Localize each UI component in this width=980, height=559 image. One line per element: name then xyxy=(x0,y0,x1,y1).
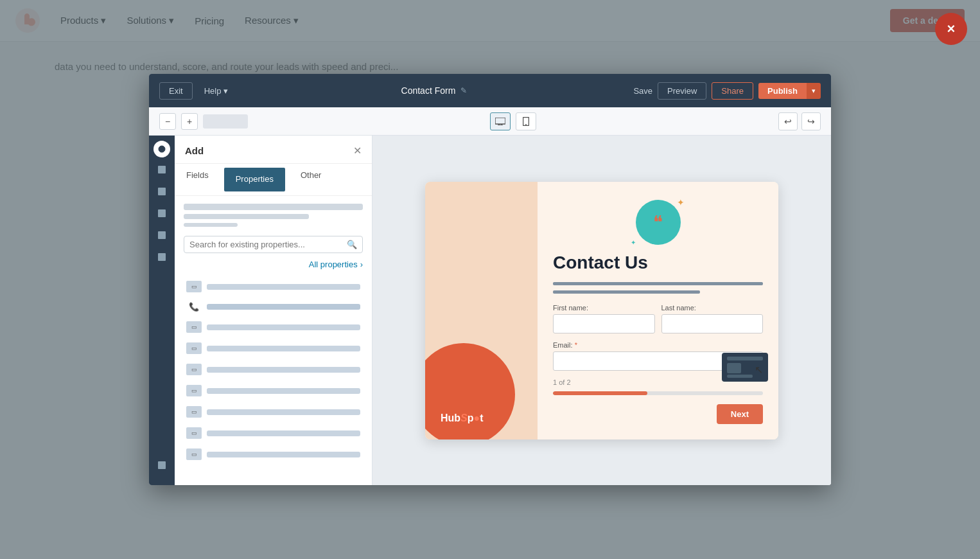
properties-small-bar xyxy=(184,223,238,227)
list-item[interactable]: ▭ xyxy=(184,360,363,379)
prop-name-bar-7 xyxy=(207,409,360,415)
add-panel-title: Add xyxy=(185,145,204,156)
prop-icon-text-5: ▭ xyxy=(186,385,202,396)
form-name-fields-row: First name: Last name: xyxy=(553,304,763,333)
toolbar-title: Contact Form ✎ xyxy=(240,85,628,96)
svg-point-6 xyxy=(525,124,527,125)
tooltip-icon xyxy=(727,363,741,373)
list-item[interactable]: ▭ xyxy=(184,445,363,464)
tooltip-bar-1 xyxy=(727,357,763,360)
form-icon-area: ✦ ✦ xyxy=(553,200,763,245)
device-toggle-group xyxy=(253,112,773,130)
sidebar-square-icon-4 xyxy=(157,231,166,240)
sidebar-icon-2[interactable] xyxy=(152,182,171,201)
zoom-minus-button[interactable]: − xyxy=(159,113,176,130)
desktop-view-button[interactable] xyxy=(490,112,511,130)
properties-sub-bar xyxy=(184,214,309,219)
form-left-panel: HubSp●t xyxy=(425,182,538,439)
modal-toolbar: Exit Help ▾ Contact Form ✎ Save Preview … xyxy=(149,74,831,107)
edit-pencil-icon[interactable]: ✎ xyxy=(460,86,467,95)
sidebar-icon-circle[interactable] xyxy=(153,141,170,157)
sidebar-icon-5[interactable] xyxy=(152,247,171,267)
first-name-field-group: First name: xyxy=(553,304,655,333)
sidebar-square-icon-bottom xyxy=(157,461,166,470)
sidebar-icon-bottom[interactable] xyxy=(152,456,171,475)
property-search-input[interactable] xyxy=(189,240,343,249)
publish-dropdown-button[interactable]: ▾ xyxy=(807,83,821,99)
sidebar-square-icon-1 xyxy=(157,165,166,174)
add-panel: Add ✕ Fields Properties Other 🔍 All xyxy=(175,136,372,485)
sparkle2-icon: ✦ xyxy=(631,239,636,246)
add-panel-nav-other[interactable]: Other xyxy=(289,164,333,195)
first-name-input[interactable] xyxy=(553,314,655,333)
desktop-icon xyxy=(495,118,505,125)
publish-button[interactable]: Publish xyxy=(758,83,807,99)
sparkle-icon: ✦ xyxy=(677,197,685,208)
redo-button[interactable]: ↪ xyxy=(801,112,821,130)
email-label-text: Email: xyxy=(553,341,573,349)
undo-button[interactable]: ↩ xyxy=(778,112,798,130)
tooltip-bar-2 xyxy=(727,375,753,378)
form-next-button[interactable]: Next xyxy=(717,404,763,424)
zoom-plus-button[interactable]: + xyxy=(181,113,198,130)
svg-rect-11 xyxy=(158,231,166,239)
list-item[interactable]: ▭ xyxy=(184,277,363,296)
all-properties-label: All properties xyxy=(309,260,358,269)
sidebar-square-icon-2 xyxy=(157,187,166,196)
undo-redo-group: ↩ ↪ xyxy=(778,112,821,130)
search-icon: 🔍 xyxy=(347,240,357,249)
properties-content: 🔍 All properties › ▭ 📞 xyxy=(175,196,372,474)
toolbar-right-actions: Save Preview Share Publish ▾ xyxy=(633,82,821,100)
list-item[interactable]: ▭ xyxy=(184,381,363,400)
modal-container: Exit Help ▾ Contact Form ✎ Save Preview … xyxy=(149,74,831,485)
form-preview-title: Contact Us xyxy=(553,253,763,273)
sidebar-icon-1[interactable] xyxy=(152,160,171,179)
list-item[interactable]: ▭ xyxy=(184,402,363,421)
first-name-label: First name: xyxy=(553,304,655,312)
quote-icon xyxy=(636,200,681,245)
prop-icon-text-2: ▭ xyxy=(186,321,202,333)
list-item[interactable]: 📞 xyxy=(184,298,363,315)
cursor-icon: ↖ xyxy=(755,364,763,376)
mobile-icon xyxy=(523,117,529,126)
form-preview-card: HubSp●t ✦ ✦ Contact Us xyxy=(425,182,778,439)
prop-name-bar-6 xyxy=(207,388,360,394)
add-panel-nav: Fields Properties Other xyxy=(175,164,372,196)
sidebar-icon-4[interactable] xyxy=(152,226,171,245)
list-item[interactable]: ▭ xyxy=(184,423,363,443)
property-search-row: 🔍 xyxy=(184,236,363,253)
form-left-circle xyxy=(425,343,515,439)
email-required-indicator: * xyxy=(575,341,577,349)
mobile-view-button[interactable] xyxy=(516,112,536,130)
last-name-input[interactable] xyxy=(661,314,764,333)
list-item[interactable]: ▭ xyxy=(184,339,363,358)
close-overlay-button[interactable]: × xyxy=(935,13,967,45)
form-title-text: Contact Form xyxy=(401,85,456,96)
all-properties-chevron-icon: › xyxy=(360,260,363,269)
all-properties-link[interactable]: All properties › xyxy=(184,260,363,269)
list-item[interactable]: ▭ xyxy=(184,317,363,337)
help-chevron-icon: ▾ xyxy=(223,86,228,96)
add-panel-close-button[interactable]: ✕ xyxy=(353,145,362,157)
prop-icon-text-8: ▭ xyxy=(186,448,202,460)
last-name-field-group: Last name: xyxy=(661,304,764,333)
preview-area: HubSp●t ✦ ✦ Contact Us xyxy=(372,136,831,485)
form-progress-fill xyxy=(553,391,647,395)
prop-icon-text-3: ▭ xyxy=(186,342,202,354)
share-button[interactable]: Share xyxy=(712,82,753,100)
add-panel-nav-fields[interactable]: Fields xyxy=(175,164,220,195)
prop-icon-text-4: ▭ xyxy=(186,364,202,375)
svg-rect-8 xyxy=(158,166,166,173)
phone-icon: 📞 xyxy=(186,302,202,312)
sidebar-icon-3[interactable] xyxy=(152,204,171,223)
form-progress-bar xyxy=(553,391,763,395)
form-right-panel: ✦ ✦ Contact Us First name: xyxy=(538,182,778,439)
add-panel-nav-properties[interactable]: Properties xyxy=(224,168,285,191)
exit-button[interactable]: Exit xyxy=(159,82,193,100)
preview-button[interactable]: Preview xyxy=(658,82,706,100)
save-button[interactable]: Save xyxy=(633,86,652,96)
last-name-label: Last name: xyxy=(661,304,764,312)
svg-point-7 xyxy=(159,146,165,152)
help-button[interactable]: Help ▾ xyxy=(198,83,235,99)
svg-rect-10 xyxy=(158,209,166,217)
